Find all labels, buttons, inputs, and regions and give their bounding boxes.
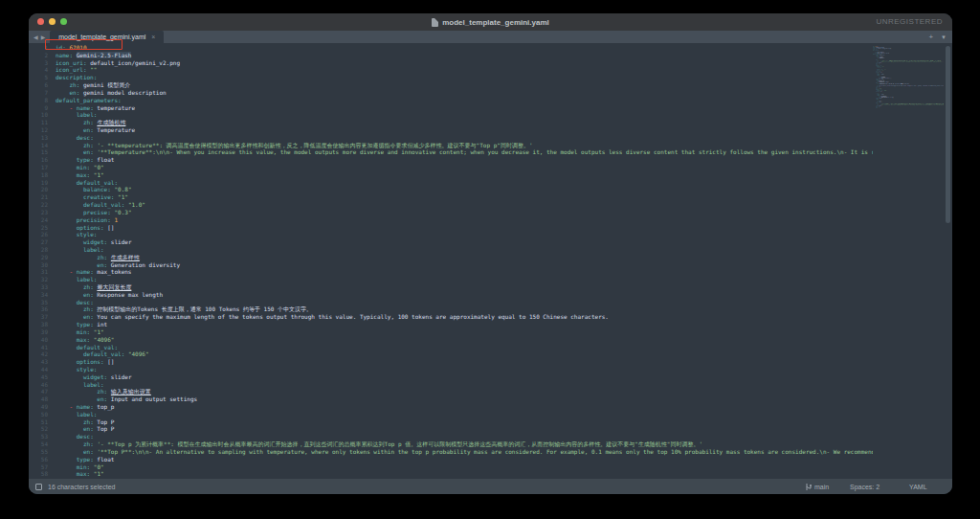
code-line[interactable]: 12 en: Temperature [29,126,873,134]
code-text: desc: [54,433,94,440]
code-line[interactable]: 19 default_val: [29,179,873,187]
code-line[interactable]: 1id: 67010 [29,44,873,52]
code-line[interactable]: 55 en: '**Top P**:\n\n- An alternative t… [29,448,873,456]
code-line[interactable]: 29 zh: 生成多样性 [29,254,873,261]
code-line[interactable]: 16 type: float [29,156,873,164]
code-line[interactable]: 24 precision: 1 [29,216,873,224]
code-text: en: You can specify the maximum length o… [54,313,609,321]
code-text: default_val: "1.0" [54,201,145,209]
code-line[interactable]: 45 widget: slider [29,373,873,381]
code-text: zh: 输入及输出设置 [54,388,151,395]
code-line[interactable]: 41 default_val: [29,344,873,351]
code-line[interactable]: 5description: [29,74,873,81]
code-line[interactable]: 11 zh: 生成随机性 [29,119,873,126]
code-line[interactable]: 51 zh: Top P [29,418,873,426]
code-viewport[interactable]: 1id: 670102name: Gemini-2.5-Flash3icon_u… [29,44,873,479]
code-line[interactable]: 30 en: Generation diversity [29,261,873,269]
code-text: - name: temperature [54,104,135,112]
code-line[interactable]: 10 label: [29,111,873,119]
code-line[interactable]: 46 label: [29,381,873,389]
code-line[interactable]: 49 - name: top_p [29,403,873,411]
code-line[interactable]: 25 options: [] [29,224,873,232]
line-number: 3 [29,59,48,67]
code-text: default_val: [54,179,118,187]
minimize-window-icon[interactable] [49,18,56,25]
code-line[interactable]: 40 max: "4096" [29,336,873,344]
line-number: 7 [29,89,48,97]
line-number: 29 [29,254,48,261]
code-line[interactable]: 26 style: [29,231,873,238]
line-number: 23 [29,209,48,216]
tab-overflow-icon[interactable]: ▼ [941,34,947,40]
code-line[interactable]: 44 style: [29,366,873,373]
code-line[interactable]: 31 - name: max_tokens [29,268,873,276]
code-line[interactable]: 14 zh: '- **temperature**: 调高温度会使得模型的输出更… [29,142,873,149]
code-line[interactable]: 57 min: "0" [29,463,873,471]
back-icon[interactable]: ◀ [33,34,38,40]
code-line[interactable]: 6 zh: gemini 模型简介 [29,81,873,89]
code-line[interactable]: 35 desc: [29,299,873,306]
code-line[interactable]: 38 type: int [29,321,873,328]
code-line[interactable]: 3icon_uri: default_icon/gemini_v2.png [29,59,873,67]
code-text: desc: [54,134,94,142]
code-line[interactable]: 18 max: "1" [29,171,873,179]
code-line[interactable]: 48 en: Input and output settings [29,395,873,403]
code-text: options: [] [54,224,114,232]
code-line[interactable]: 22 default_val: "1.0" [29,201,873,209]
code-line[interactable]: 42 default_val: "4096" [29,350,873,358]
code-line[interactable]: 58 max: "1" [29,470,873,478]
minimap[interactable]: id: 67010name: Gemini-2.5-Flashicon_uri:… [873,46,944,467]
code-line[interactable]: 33 zh: 最大回复长度 [29,283,873,291]
code-line[interactable]: 36 zh: 控制模型输出的Tokens 长度上限，通常 100 Tokens … [29,305,873,313]
code-line[interactable]: 21 creative: "1" [29,193,873,201]
code-line[interactable]: 32 label: [29,276,873,283]
code-line[interactable]: 28 label: [29,246,873,254]
line-number: 36 [29,305,48,313]
code-line[interactable]: 2name: Gemini-2.5-Flash [29,52,873,59]
code-text: en: Input and output settings [54,395,197,403]
selection-mode-icon[interactable] [35,484,42,490]
code-line[interactable]: 50 label: [29,411,873,418]
code-line[interactable]: 9 - name: temperature [29,104,873,112]
code-text: label: [54,276,97,283]
tab-bar: ◀ ▶ model_template_gemini.yaml × + ▼ [29,31,952,43]
code-line[interactable]: 56 type: float [29,456,873,463]
code-line[interactable]: 34 en: Response max length [29,291,873,299]
tab-model-template-gemini[interactable]: model_template_gemini.yaml × [50,31,164,43]
syntax-selector[interactable]: YAML [909,479,927,494]
code-line[interactable]: 37 en: You can specify the maximum lengt… [29,313,873,321]
new-tab-icon[interactable]: + [928,33,933,41]
code-line[interactable]: 23 precise: "0.3" [29,209,873,216]
code-line[interactable]: 54 zh: '- **Top p 为累计概率**: 模型在生成输出时会从概率最… [29,440,873,448]
code-line[interactable]: 52 en: Top P [29,425,873,433]
close-window-icon[interactable] [37,18,44,25]
code-line[interactable]: 43 options: [] [29,358,873,366]
code-line[interactable]: 15 en: '**Temperature**:\n\n- When you i… [29,148,873,156]
code-line[interactable]: 4icon_url: "" [29,66,873,74]
indentation-setting[interactable]: Spaces: 2 [850,479,880,494]
code-line[interactable]: 39 min: "1" [29,328,873,336]
line-number: 6 [29,81,48,89]
code-text: en: gemini model description [54,89,167,97]
editor-area[interactable]: 1id: 670102name: Gemini-2.5-Flash3icon_u… [29,43,952,479]
close-tab-icon[interactable]: × [151,34,155,40]
code-line[interactable]: 17 min: "0" [29,164,873,171]
forward-icon[interactable]: ▶ [41,34,46,40]
line-number: 33 [29,283,48,291]
code-text: max: "4096" [54,336,114,344]
title-bar: model_template_gemini.yaml UNREGISTERED [29,13,952,31]
code-text: style: [54,231,97,238]
code-line[interactable]: 7 en: gemini model description [29,89,873,97]
code-text: en: '**Temperature**:\n\n- When you incr… [873,61,944,62]
code-line[interactable]: 27 widget: slider [29,238,873,246]
code-line[interactable]: 47 zh: 输入及输出设置 [29,388,873,395]
line-number: 37 [29,313,48,321]
code-line[interactable]: 8default_parameters: [29,97,873,104]
code-line[interactable]: 53 desc: [29,433,873,440]
vertical-scrollbar-thumb[interactable] [946,46,950,223]
code-line[interactable]: 13 desc: [29,134,873,142]
code-line[interactable]: 20 balance: "0.8" [29,186,873,193]
zoom-window-icon[interactable] [60,18,67,25]
git-branch-indicator[interactable]: main [806,479,829,494]
line-number: 14 [29,142,48,149]
